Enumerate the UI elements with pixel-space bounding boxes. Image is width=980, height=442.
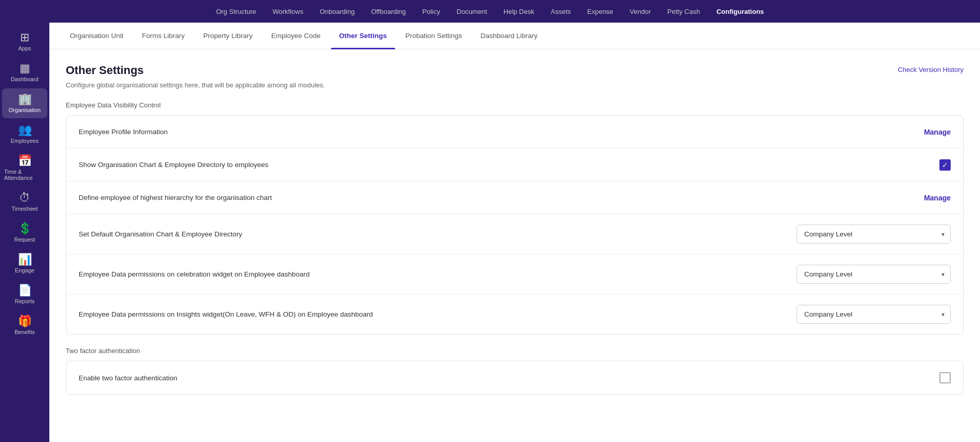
settings-row-define-hierarchy: Define employee of highest hierarchy for… <box>66 181 963 214</box>
settings-row-label-celebration-widget: Employee Data permissions on celebration… <box>79 270 797 278</box>
sidebar-label-timesheet: Timesheet <box>12 206 38 212</box>
settings-row-show-org-chart: Show Organisation Chart & Employee Direc… <box>66 149 963 181</box>
page-title: Other Settings <box>66 64 325 77</box>
top-nav-item-onboarding[interactable]: Onboarding <box>320 8 355 15</box>
select-wrapper-insights-widget: Company LevelDepartment LevelTeam Level▾ <box>797 305 951 324</box>
settings-row-label-enable-2fa: Enable two factor authentication <box>79 374 939 382</box>
timesheet-icon: ⏱ <box>19 192 30 204</box>
time-attendance-icon: 📅 <box>18 155 32 167</box>
sidebar: ⊞Apps▦Dashboard🏢Organisation👥Employees📅T… <box>0 23 49 442</box>
sidebar-item-engage[interactable]: 📊Engage <box>2 249 47 279</box>
engage-icon: 📊 <box>18 254 32 265</box>
section-label-two-factor-auth: Two factor authentication <box>66 347 964 355</box>
settings-row-label-set-default-org-chart: Set Default Organisation Chart & Employe… <box>79 230 797 238</box>
page-subtitle: Configure global organisational settings… <box>66 81 325 89</box>
top-nav-item-vendor[interactable]: Vendor <box>630 8 651 15</box>
sidebar-label-organisation: Organisation <box>9 107 41 113</box>
settings-row-employee-profile-info: Employee Profile InformationManage <box>66 116 963 149</box>
select-celebration-widget[interactable]: Company LevelDepartment LevelTeam Level <box>797 265 951 284</box>
organisation-icon: 🏢 <box>18 94 32 105</box>
sidebar-item-timesheet[interactable]: ⏱Timesheet <box>2 187 47 217</box>
sub-nav-item-employee-code[interactable]: Employee Code <box>263 23 329 49</box>
select-insights-widget[interactable]: Company LevelDepartment LevelTeam Level <box>797 305 951 324</box>
dashboard-icon: ▦ <box>20 63 30 74</box>
sidebar-label-request: Request <box>14 236 35 243</box>
sidebar-item-apps[interactable]: ⊞Apps <box>2 27 47 57</box>
sidebar-label-engage: Engage <box>15 267 34 273</box>
sidebar-label-benefits: Benefits <box>14 329 35 335</box>
sidebar-item-dashboard[interactable]: ▦Dashboard <box>2 58 47 87</box>
top-nav-item-petty-cash[interactable]: Petty Cash <box>668 8 700 15</box>
sidebar-item-employees[interactable]: 👥Employees <box>2 119 47 149</box>
top-nav-item-offboarding[interactable]: Offboarding <box>371 8 406 15</box>
check-version-history-link[interactable]: Check Version History <box>898 66 964 73</box>
sub-nav-item-dashboard-library[interactable]: Dashboard Library <box>472 23 546 49</box>
sub-navigation: Organisation UnitForms LibraryProperty L… <box>49 23 980 49</box>
sidebar-label-apps: Apps <box>18 45 31 51</box>
settings-row-label-employee-profile-info: Employee Profile Information <box>79 128 924 136</box>
top-nav-item-policy[interactable]: Policy <box>422 8 440 15</box>
sidebar-item-reports[interactable]: 📄Reports <box>2 280 47 309</box>
sidebar-item-benefits[interactable]: 🎁Benefits <box>2 310 47 340</box>
checkbox-show-org-chart[interactable]: ✓ <box>939 159 951 171</box>
sidebar-item-time-attendance[interactable]: 📅Time & Attendance <box>2 150 47 186</box>
top-nav-item-expense[interactable]: Expense <box>587 8 614 15</box>
sub-nav-item-other-settings[interactable]: Other Settings <box>331 23 395 49</box>
sidebar-label-dashboard: Dashboard <box>11 76 39 82</box>
settings-row-celebration-widget: Employee Data permissions on celebration… <box>66 254 963 294</box>
top-nav-item-document[interactable]: Document <box>457 8 487 15</box>
settings-row-label-insights-widget: Employee Data permissions on Insights wi… <box>79 310 797 318</box>
manage-button-define-hierarchy[interactable]: Manage <box>924 194 951 202</box>
select-set-default-org-chart[interactable]: Company LevelDepartment LevelTeam Level <box>797 225 951 244</box>
benefits-icon: 🎁 <box>18 316 32 327</box>
sub-nav-item-property-library[interactable]: Property Library <box>195 23 261 49</box>
settings-card-two-factor-auth: Enable two factor authentication <box>66 361 964 395</box>
sidebar-item-request[interactable]: 💲Request <box>2 218 47 248</box>
settings-card-employee-data-visibility: Employee Profile InformationManageShow O… <box>66 115 964 335</box>
employees-icon: 👥 <box>18 124 32 136</box>
sub-nav-item-organisation-unit[interactable]: Organisation Unit <box>62 23 132 49</box>
settings-row-set-default-org-chart: Set Default Organisation Chart & Employe… <box>66 214 963 254</box>
request-icon: 💲 <box>18 223 32 234</box>
checkbox-unchecked-enable-2fa[interactable] <box>939 372 951 383</box>
top-nav-item-assets[interactable]: Assets <box>551 8 571 15</box>
top-nav-item-configurations[interactable]: Configurations <box>716 8 764 15</box>
sub-nav-item-forms-library[interactable]: Forms Library <box>134 23 193 49</box>
settings-row-enable-2fa: Enable two factor authentication <box>66 361 963 394</box>
sidebar-label-reports: Reports <box>15 298 35 304</box>
settings-sections: Employee Data Visibility ControlEmployee… <box>66 101 964 395</box>
checkbox-checked-show-org-chart[interactable]: ✓ <box>939 159 951 171</box>
settings-row-label-show-org-chart: Show Organisation Chart & Employee Direc… <box>79 161 939 169</box>
select-wrapper-set-default-org-chart: Company LevelDepartment LevelTeam Level▾ <box>797 225 951 244</box>
section-label-employee-data-visibility: Employee Data Visibility Control <box>66 101 964 109</box>
top-nav-item-help-desk[interactable]: Help Desk <box>504 8 534 15</box>
top-nav-item-org-structure[interactable]: Org Structure <box>216 8 256 15</box>
apps-icon: ⊞ <box>20 32 29 43</box>
sidebar-label-time-attendance: Time & Attendance <box>4 169 45 181</box>
settings-row-label-define-hierarchy: Define employee of highest hierarchy for… <box>79 194 924 201</box>
sub-nav-item-probation-settings[interactable]: Probation Settings <box>397 23 470 49</box>
top-navigation: Org StructureWorkflowsOnboardingOffboard… <box>0 0 980 23</box>
sidebar-label-employees: Employees <box>11 138 39 144</box>
sidebar-item-organisation[interactable]: 🏢Organisation <box>2 88 47 118</box>
top-nav-item-workflows[interactable]: Workflows <box>272 8 303 15</box>
reports-icon: 📄 <box>18 285 32 296</box>
checkbox-enable-2fa[interactable] <box>939 372 951 383</box>
page-content: Other Settings Configure global organisa… <box>49 49 980 442</box>
content-area: Organisation UnitForms LibraryProperty L… <box>49 23 980 442</box>
manage-button-employee-profile-info[interactable]: Manage <box>924 128 951 136</box>
select-wrapper-celebration-widget: Company LevelDepartment LevelTeam Level▾ <box>797 265 951 284</box>
settings-row-insights-widget: Employee Data permissions on Insights wi… <box>66 294 963 334</box>
